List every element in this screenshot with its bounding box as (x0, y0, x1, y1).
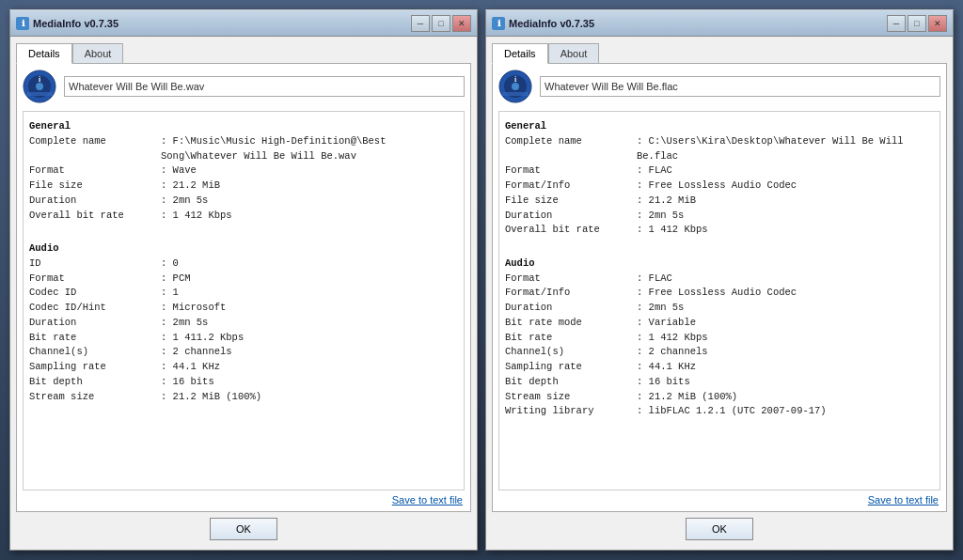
close-btn-2[interactable]: ✕ (928, 15, 947, 32)
info-row: Bit rate : 1 412 Kbps (505, 331, 934, 346)
tab-bar-2: Details About (492, 42, 947, 63)
title-bar-1: ℹ MediaInfo v0.7.35 ─ □ ✕ (10, 10, 477, 37)
ok-button-1[interactable]: OK (210, 518, 277, 540)
save-link-2[interactable]: Save to text file (868, 494, 939, 506)
info-row: Codec ID : 1 (29, 286, 458, 301)
info-row: Channel(s) : 2 channels (505, 345, 934, 360)
info-row: Format/Info : Free Lossless Audio Codec (505, 286, 934, 301)
bottom-bar-2: Save to text file (498, 490, 940, 506)
close-btn-1[interactable]: ✕ (452, 15, 471, 32)
app-icon-2: ℹ (492, 17, 505, 30)
tab-details-1[interactable]: Details (16, 43, 72, 64)
section-header-audio-1: Audio (29, 241, 458, 257)
window-1: ℹ MediaInfo v0.7.35 ─ □ ✕ Details About … (9, 9, 478, 551)
info-row: Complete name : C:\Users\Kira\Desktop\Wh… (505, 134, 934, 164)
maximize-btn-1[interactable]: □ (432, 15, 450, 32)
info-row: Bit rate : 1 411.2 Kbps (29, 331, 458, 346)
info-row: Duration : 2mn 5s (29, 194, 458, 209)
title-bar-2: ℹ MediaInfo v0.7.35 ─ □ ✕ (486, 10, 953, 37)
info-row: File size : 21.2 MiB (29, 179, 458, 194)
app-icon-1: ℹ (16, 17, 29, 30)
svg-rect-9 (502, 92, 529, 96)
info-row: Format : FLAC (505, 272, 934, 287)
window-title-1: MediaInfo v0.7.35 (33, 18, 118, 29)
section-header-general-1: General (29, 119, 458, 134)
file-icon-2: i (498, 70, 532, 103)
tab-about-1[interactable]: About (72, 43, 124, 64)
file-row-1: i Whatever Will Be Will Be.wav (23, 70, 465, 103)
info-row: Sampling rate : 44.1 KHz (29, 360, 458, 375)
save-link-1[interactable]: Save to text file (392, 494, 463, 506)
info-row: Format/Info : Free Lossless Audio Codec (505, 179, 934, 194)
file-row-2: i Whatever Will Be Will Be.flac (498, 70, 940, 103)
info-row: Sampling rate : 44.1 KHz (505, 360, 934, 375)
file-name-box-1[interactable]: Whatever Will Be Will Be.wav (64, 76, 465, 97)
file-name-text-2: Whatever Will Be Will Be.flac (545, 81, 678, 92)
info-row: Writing library : libFLAC 1.2.1 (UTC 200… (505, 404, 934, 419)
info-row: Format : FLAC (505, 163, 934, 179)
info-row: Overall bit rate : 1 412 Kbps (29, 209, 458, 224)
tab-content-1: i Whatever Will Be Will Be.wav General C… (16, 63, 471, 512)
info-row: Bit rate mode : Variable (505, 316, 934, 331)
section-header-general-2: General (505, 119, 934, 134)
info-row: Bit depth : 16 bits (29, 375, 458, 390)
info-scroll-2[interactable]: General Complete name : C:\Users\Kira\De… (498, 111, 940, 490)
svg-rect-4 (26, 92, 53, 96)
file-name-text-1: Whatever Will Be Will Be.wav (69, 81, 204, 92)
tab-bar-1: Details About (16, 42, 471, 63)
minimize-btn-2[interactable]: ─ (887, 15, 906, 32)
info-row: ID : 0 (29, 257, 458, 272)
info-row: Bit depth : 16 bits (505, 375, 934, 390)
info-row: Duration : 2mn 5s (505, 209, 934, 224)
ok-row-1: OK (16, 512, 471, 544)
info-row: Channel(s) : 2 channels (29, 345, 458, 360)
svg-point-7 (512, 83, 519, 90)
ok-button-2[interactable]: OK (686, 518, 753, 540)
bottom-bar-1: Save to text file (23, 490, 465, 506)
file-icon-1: i (23, 70, 56, 103)
tab-about-2[interactable]: About (548, 43, 600, 64)
file-name-box-2[interactable]: Whatever Will Be Will Be.flac (540, 76, 940, 97)
info-row: Duration : 2mn 5s (505, 301, 934, 316)
section-header-audio-2: Audio (505, 257, 934, 272)
tab-content-2: i Whatever Will Be Will Be.flac General … (492, 63, 947, 512)
maximize-btn-2[interactable]: □ (908, 15, 926, 32)
window-body-2: Details About i Whatever Will Be Will Be… (486, 37, 953, 550)
info-row: Stream size : 21.2 MiB (100%) (505, 390, 934, 405)
info-row: Format : Wave (29, 163, 458, 179)
window-body-1: Details About i Whatever Will Be Will Be… (10, 37, 477, 550)
minimize-btn-1[interactable]: ─ (411, 15, 430, 32)
window-2: ℹ MediaInfo v0.7.35 ─ □ ✕ Details About … (485, 9, 954, 551)
info-row: Stream size : 21.2 MiB (100%) (29, 390, 458, 405)
window-title-2: MediaInfo v0.7.35 (509, 18, 594, 29)
info-row: Complete name : F:\Music\Music High-Defi… (29, 134, 458, 164)
ok-row-2: OK (492, 512, 947, 544)
info-row: Duration : 2mn 5s (29, 316, 458, 331)
info-row: Codec ID/Hint : Microsoft (29, 301, 458, 316)
svg-point-2 (36, 83, 43, 90)
tab-details-2[interactable]: Details (492, 43, 548, 64)
info-scroll-1[interactable]: General Complete name : F:\Music\Music H… (23, 111, 465, 490)
info-row: Format : PCM (29, 272, 458, 287)
info-row: Overall bit rate : 1 412 Kbps (505, 223, 934, 238)
info-row: File size : 21.2 MiB (505, 194, 934, 209)
